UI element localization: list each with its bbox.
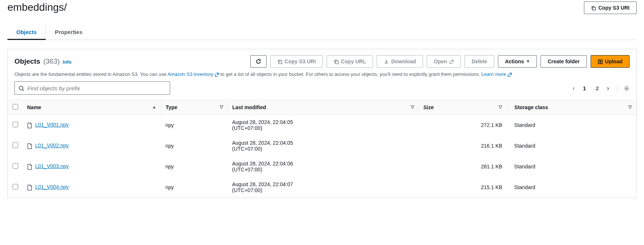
tab-properties[interactable]: Properties [46,24,91,40]
open-label: Open [434,58,447,64]
refresh-icon [255,58,261,64]
col-size[interactable]: Size▽ [419,100,509,115]
cell-size: 215.1 KB [419,177,509,198]
copy-icon [591,5,596,11]
actions-label: Actions [505,58,524,64]
delete-button[interactable]: Delete [465,55,494,68]
file-icon [27,122,32,128]
desc-text-mid: to get a list of all objects in your buc… [220,71,481,77]
cell-size: 216.1 KB [419,135,509,156]
desc-text-prefix: Objects are the fundamental entities sto… [14,71,168,77]
upload-label: Upload [605,58,622,64]
download-label: Download [391,58,416,64]
col-checkbox [8,100,23,115]
cell-modified: August 28, 2024, 22:04:07(UTC+07:00) [228,177,419,198]
col-storage[interactable]: Storage class▽ [510,100,636,115]
panel-count: (363) [43,57,60,66]
cell-storage: Standard [510,135,636,156]
external-icon [215,71,219,77]
actions-button[interactable]: Actions ▼ [498,55,537,68]
pagination: ‹ 1 2 › [572,84,630,92]
refresh-button[interactable] [250,55,267,68]
svg-rect-0 [592,7,595,10]
row-checkbox[interactable] [13,163,18,169]
col-name[interactable]: Name▲ [23,100,161,115]
cell-size: 272.1 KB [419,115,509,136]
svg-rect-1 [279,61,282,64]
file-icon [27,184,32,190]
prev-page-button[interactable]: ‹ [572,84,575,92]
svg-point-5 [626,88,627,89]
cell-type: npy [161,177,228,198]
cell-type: npy [161,156,228,177]
upload-icon [598,58,603,64]
external-icon [449,58,454,64]
object-link[interactable]: L01_V003.npy [35,163,69,169]
row-checkbox[interactable] [13,142,18,148]
file-icon [27,163,32,170]
object-link[interactable]: L01_V001.npy [35,122,69,128]
select-all-checkbox[interactable] [13,104,18,110]
tabs: Objects Properties [7,24,637,40]
cell-storage: Standard [510,177,636,198]
sort-icon: ▽ [499,104,502,110]
copy-url-button[interactable]: Copy URL [327,55,373,68]
sort-icon: ▽ [628,104,632,110]
download-button[interactable]: Download [377,55,423,68]
page-title: embeddings/ [7,1,67,13]
file-icon [27,142,32,149]
next-page-button[interactable]: › [607,84,609,92]
svg-point-4 [19,86,23,90]
tab-objects[interactable]: Objects [7,24,46,40]
copy-s3-uri-top-label: Copy S3 URI [598,5,630,11]
copy-url-label: Copy URL [341,58,366,64]
objects-table: Name▲ Type▽ Last modified▽ Size▽ Storage… [8,100,636,198]
copy-s3-uri-button[interactable]: Copy S3 URI [270,55,323,68]
cell-type: npy [161,135,228,156]
settings-button[interactable] [617,84,630,92]
table-row: L01_V001.npynpyAugust 28, 2024, 22:04:05… [8,115,636,136]
upload-button[interactable]: Upload [591,55,630,68]
cell-modified: August 28, 2024, 22:04:05(UTC+07:00) [228,135,419,156]
info-link[interactable]: Info [63,59,72,65]
object-link[interactable]: L01_V002.npy [35,142,69,148]
cell-modified: August 28, 2024, 22:04:06(UTC+07:00) [228,156,419,177]
sort-asc-icon: ▲ [152,104,156,110]
cell-size: 281.1 KB [419,156,509,177]
row-checkbox[interactable] [13,122,18,127]
col-modified[interactable]: Last modified▽ [228,100,419,115]
search-input[interactable] [27,85,166,91]
learn-more-link[interactable]: Learn more [482,71,512,77]
copy-s3-uri-label: Copy S3 URI [285,58,316,64]
svg-rect-2 [335,61,338,64]
panel-title: Objects [14,57,40,66]
cell-type: npy [161,115,228,136]
col-type[interactable]: Type▽ [161,100,228,115]
row-checkbox[interactable] [13,184,18,189]
toolbar: Copy S3 URI Copy URL Download Open Delet… [250,55,630,68]
sort-icon: ▽ [220,104,223,110]
copy-s3-uri-top-button[interactable]: Copy S3 URI [584,1,637,14]
copy-icon [277,58,283,64]
create-folder-button[interactable]: Create folder [541,55,587,68]
caret-down-icon: ▼ [526,59,530,63]
table-row: L01_V004.npynpyAugust 28, 2024, 22:04:07… [8,177,636,198]
object-link[interactable]: L01_V004.npy [35,184,69,190]
inventory-link[interactable]: Amazon S3 inventory [168,71,219,77]
open-button[interactable]: Open [427,55,461,68]
table-row: L01_V003.npynpyAugust 28, 2024, 22:04:06… [8,156,636,177]
page-2[interactable]: 2 [594,84,600,92]
external-icon [508,71,512,77]
cell-storage: Standard [510,115,636,136]
cell-modified: August 28, 2024, 22:04:05(UTC+07:00) [228,115,419,136]
copy-icon [334,58,339,64]
objects-panel: Objects (363) Info Copy S3 URI Copy URL [7,49,637,198]
panel-description: Objects are the fundamental entities sto… [8,71,636,81]
search-box[interactable] [14,81,170,95]
delete-label: Delete [472,58,487,64]
table-row: L01_V002.npynpyAugust 28, 2024, 22:04:05… [8,135,636,156]
page-1[interactable]: 1 [581,84,587,92]
cell-storage: Standard [510,156,636,177]
sort-icon: ▽ [411,104,414,110]
download-icon [384,58,389,64]
